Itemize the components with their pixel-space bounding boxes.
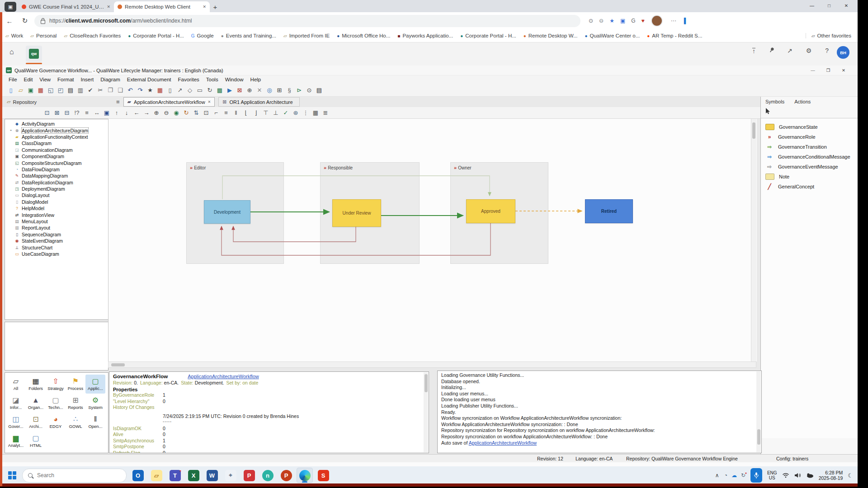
toolbar-icon[interactable]: ◰	[56, 85, 66, 95]
pin-icon[interactable]	[767, 47, 775, 55]
diagram-toolbar-icon[interactable]: ▦	[311, 108, 321, 117]
taskbar-app-button[interactable]	[297, 468, 313, 483]
diagram-toolbar-icon[interactable]: ‖	[231, 108, 241, 117]
tray-app-icon[interactable]: ↻●	[741, 472, 745, 479]
bookmark-item[interactable]: ▱ Personal	[30, 33, 57, 38]
workflow-node-approved[interactable]: Approved	[466, 199, 515, 223]
taskbar-search[interactable]	[22, 469, 127, 483]
toolbar-icon[interactable]: ↗	[175, 85, 185, 95]
tree-item[interactable]: ◆ ActivityDiagram	[5, 121, 108, 127]
tree-item[interactable]: ⊥ StructureChart	[5, 244, 108, 250]
dock-item[interactable]: ∴ GOWL	[66, 413, 85, 432]
toolbar-icon[interactable]: ❑	[115, 85, 125, 95]
browser-menu-icon[interactable]: ⋯	[671, 18, 676, 24]
tab-close-icon[interactable]: ✕	[203, 5, 206, 9]
dock-item[interactable]: ⚙ System	[85, 394, 105, 413]
dock-item[interactable]: ▢ Applic...	[85, 375, 105, 394]
taskbar-app-button[interactable]: S	[315, 468, 331, 483]
diagram-toolbar-icon[interactable]: !?	[72, 108, 82, 117]
diagram-toolbar-icon[interactable]: ⊟	[62, 108, 72, 117]
tree-item[interactable]: ▭ DialogLayout	[5, 192, 108, 198]
diagram-toolbar-icon[interactable]: ↑	[112, 108, 122, 117]
menu-item[interactable]: Diagram	[100, 77, 120, 82]
toolbar-icon[interactable]: ▤	[66, 85, 75, 95]
upload-icon[interactable]: ↑	[752, 48, 755, 54]
tree-item[interactable]: ⇄ IntegrationView	[5, 211, 108, 218]
toolbar-icon[interactable]: ⊳	[294, 85, 304, 95]
toolbar-icon[interactable]: ✕	[255, 85, 264, 95]
diagram-toolbar-icon[interactable]: ⋮	[301, 108, 311, 117]
dock-item[interactable]: ⇧ Strategy	[46, 375, 66, 394]
scrollbar-thumb[interactable]	[425, 374, 428, 392]
address-bar[interactable]: https://client.wvd.microsoft.com/arm/web…	[34, 15, 580, 27]
symbol-item[interactable]: GovernanceState	[761, 122, 858, 132]
night-mode-icon[interactable]: ☾	[848, 472, 853, 479]
diagram-toolbar-icon[interactable]: ↔	[92, 108, 102, 117]
diagram-toolbar-icon[interactable]: ⊡	[42, 108, 52, 117]
bookmark-item[interactable]: ● Remote Desktop W...	[524, 33, 578, 38]
toolbar-icon[interactable]: ★	[145, 85, 155, 95]
dock-item[interactable]: ⊡ Archi...	[26, 413, 46, 432]
toolbar-icon[interactable]: ▥	[75, 85, 85, 95]
workflow-node-retired[interactable]: Retired	[585, 199, 633, 223]
taskbar-app-button[interactable]: n	[259, 468, 276, 483]
bookmark-item[interactable]: ▱ Imported From IE	[283, 33, 330, 38]
symbol-item[interactable]: ╱ GeneralConcept	[761, 182, 858, 192]
tree-item[interactable]: + ⊗ ApplicationArchitectureDiagram	[5, 127, 108, 133]
diagram-toolbar-icon[interactable]: ◉	[171, 108, 181, 117]
canvas-vertical-scrollbar[interactable]	[751, 119, 756, 361]
diagram-canvas[interactable]: »Editor »Responsible »Owner	[108, 119, 757, 361]
dock-item[interactable]: ▢ Techn...	[46, 394, 66, 413]
toolbar-icon[interactable]: ↷	[135, 85, 145, 95]
back-button[interactable]: ←	[4, 15, 15, 27]
tab-close-icon[interactable]: ✕	[107, 5, 110, 9]
symbol-item[interactable]: » GovernanceRole	[761, 132, 858, 142]
qlm-window-control-button[interactable]: —	[805, 66, 821, 75]
bookmark-item[interactable]: ● Microsoft Office Ho...	[337, 33, 390, 38]
diagram-toolbar-icon[interactable]: ≡	[221, 108, 231, 117]
symbols-panel-tab[interactable]: Actions	[794, 99, 811, 104]
tree-item[interactable]: ✎ DataMappingDiagram	[5, 173, 108, 179]
qlm-window-control-button[interactable]: ❐	[821, 66, 836, 75]
toolbar-icon[interactable]: ◱	[46, 85, 56, 95]
dock-item[interactable]: ⚑ Process	[66, 375, 85, 394]
toolbar-icon[interactable]: ▤	[314, 85, 324, 95]
taskbar-app-button[interactable]: ⌖	[222, 468, 239, 483]
tree-item[interactable]: ◉ StateEventDiagram	[5, 238, 108, 244]
diagram-toolbar-icon[interactable]: ⌊	[241, 108, 251, 117]
tree-item[interactable]: ? HelpModel	[5, 205, 108, 211]
toolbar-icon[interactable]: ❐	[105, 85, 115, 95]
tray-app-icon[interactable]: ☁	[731, 472, 737, 479]
tree-item[interactable]: ◱ CompositeStructureDiagram	[5, 160, 108, 166]
dock-item[interactable]: ▆ Analyt...	[6, 432, 26, 450]
diagram-toolbar-icon[interactable]: ⌐	[211, 108, 221, 117]
hamburger-icon[interactable]: ≡	[116, 99, 120, 105]
toolbar-icon[interactable]: ▯	[6, 85, 16, 95]
rd-user-avatar[interactable]: BH	[837, 46, 849, 59]
toolbar-icon[interactable]: ↻	[205, 85, 215, 95]
toolbar-icon[interactable]: ▦	[155, 85, 165, 95]
diagram-toolbar-icon[interactable]: ⊠	[52, 108, 62, 117]
toolbar-icon[interactable]: ▣	[26, 85, 36, 95]
tree-item[interactable]: ▤ ClassDiagram	[5, 140, 108, 146]
taskbar-app-button[interactable]: O	[130, 468, 146, 483]
address-action-icon[interactable]: ▣	[620, 18, 625, 24]
scrollbar-thumb[interactable]	[752, 122, 755, 139]
menu-item[interactable]: View	[39, 77, 51, 82]
diagram-toolbar-icon[interactable]: ⊤	[261, 108, 271, 117]
diagram-toolbar-icon[interactable]: ←	[132, 108, 142, 117]
toolbar-icon[interactable]: §	[284, 85, 294, 95]
dock-item[interactable]: ‖ Open...	[85, 413, 105, 432]
tree-item[interactable]: ▯ DialogModel	[5, 199, 108, 205]
tree-item[interactable]: ▭ UseCaseDiagram	[5, 251, 108, 257]
tray-chevron-icon[interactable]: ∧	[715, 472, 719, 479]
toolbar-icon[interactable]: ⊙	[304, 85, 314, 95]
menu-item[interactable]: Favorites	[178, 77, 199, 82]
taskbar-app-button[interactable]: P	[241, 468, 257, 483]
start-button[interactable]	[5, 469, 19, 482]
tray-app-icon[interactable]: ◔	[724, 472, 727, 479]
diagram-toolbar-icon[interactable]: ⌋	[251, 108, 261, 117]
dock-item[interactable]: ◪ Infor...	[6, 394, 26, 413]
toolbar-icon[interactable]: ▭	[195, 85, 205, 95]
tab-search-icon[interactable]: ▣	[5, 2, 16, 12]
